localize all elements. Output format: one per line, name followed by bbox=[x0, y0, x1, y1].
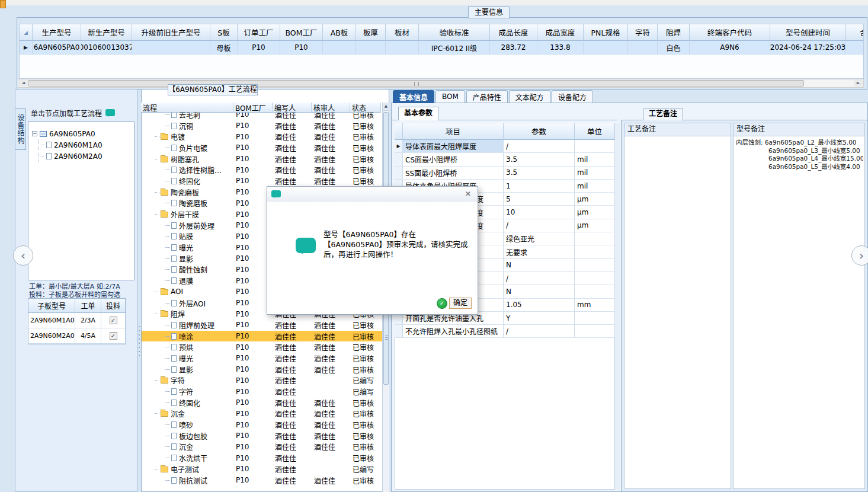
column-header[interactable]: PNL规格 bbox=[584, 24, 628, 41]
param-value[interactable]: Y bbox=[504, 312, 575, 325]
column-header[interactable]: BOM工厂 bbox=[280, 24, 323, 41]
param-value[interactable]: / bbox=[504, 325, 575, 338]
scrollbar-thumb[interactable] bbox=[28, 80, 804, 87]
process-row[interactable]: 阻焊前处理 P10 酒佳佳 酒佳佳 已审核 bbox=[142, 320, 382, 331]
param-value[interactable]: / bbox=[504, 272, 575, 285]
process-row[interactable]: 显影 P10 酒佳佳 酒佳佳 已审核 bbox=[142, 364, 382, 375]
param-value[interactable]: 3.5 bbox=[504, 153, 575, 166]
param-value[interactable]: 5 bbox=[504, 193, 575, 206]
process-row[interactable]: 板边包胶 P10 酒佳佳 酒佳佳 已审核 bbox=[142, 430, 382, 442]
process-row[interactable]: 终固化 P10 酒佳佳 酒佳佳 已审核 bbox=[142, 397, 382, 408]
subboard-column-header[interactable]: 工单 bbox=[75, 299, 101, 313]
process-bom: P10 bbox=[234, 353, 273, 364]
subboard-row[interactable]: 2A9N60M1A0 2/3A ✓ bbox=[28, 313, 126, 328]
process-column-header[interactable]: 编写人 bbox=[273, 103, 312, 113]
process-row[interactable]: 曝光 P10 酒佳佳 酒佳佳 已审核 bbox=[142, 353, 382, 364]
process-row[interactable]: 预烘 P10 酒佳佳 酒佳佳 已审核 bbox=[142, 341, 382, 353]
subboard-column-header[interactable]: 投料 bbox=[101, 299, 126, 313]
process-row[interactable]: 电子测试 P10 酒佳佳 已编写 bbox=[142, 464, 382, 475]
param-value[interactable]: N bbox=[504, 259, 575, 272]
column-header[interactable]: 生产型号 bbox=[33, 24, 81, 41]
param-value[interactable]: / bbox=[504, 140, 575, 153]
tab-text-recipe[interactable]: 文本配方 bbox=[509, 90, 550, 103]
process-row[interactable]: 沉金 P10 酒佳佳 酒佳佳 已审核 bbox=[142, 408, 382, 420]
param-value[interactable]: N bbox=[504, 285, 575, 298]
param-value[interactable]: 3.5 bbox=[504, 167, 575, 180]
feed-checkbox[interactable]: ✓ bbox=[110, 332, 117, 340]
param-row[interactable]: 不允许阻焊入孔最小孔径图纸 / bbox=[395, 325, 615, 338]
column-header[interactable]: 订单工厂 bbox=[238, 24, 280, 41]
process-column-header[interactable]: BOM工厂 bbox=[233, 103, 273, 113]
up-arrow-icon[interactable]: ▲ bbox=[383, 103, 389, 111]
process-row[interactable]: 去毛刺 P10 酒佳佳 酒佳佳 已审核 bbox=[142, 113, 382, 120]
column-header[interactable]: 字符 bbox=[628, 24, 658, 41]
process-row[interactable]: 选择性树脂… P10 酒佳佳 酒佳佳 已审核 bbox=[142, 164, 382, 175]
process-column-header[interactable]: 核审人 bbox=[312, 103, 350, 113]
close-icon[interactable]: ✕ bbox=[463, 190, 473, 198]
process-row[interactable]: 树脂塞孔 P10 酒佳佳 酒佳佳 已审核 bbox=[142, 154, 382, 165]
subboard-column-header[interactable]: 子板型号 bbox=[28, 299, 75, 313]
param-value[interactable]: 10 bbox=[504, 206, 575, 219]
collapse-right-icon[interactable]: › bbox=[851, 245, 868, 266]
process-column-header[interactable]: 流程 bbox=[141, 103, 233, 113]
tab-basic-info[interactable]: 基本信息 bbox=[393, 90, 434, 103]
column-header[interactable]: 终端客户代码 bbox=[690, 24, 770, 41]
tab-device-recipe[interactable]: 设备配方 bbox=[552, 90, 593, 103]
column-header[interactable]: 升级前旧生产型号 bbox=[132, 24, 210, 41]
process-row[interactable]: 终固化 P10 酒佳佳 酒佳佳 已审核 bbox=[142, 175, 382, 187]
feed-checkbox[interactable]: ✓ bbox=[110, 317, 117, 324]
param-row[interactable]: ▶ 导体表面最大阻焊厚度 / bbox=[395, 140, 615, 153]
tab-basic-params[interactable]: 基本参数 bbox=[398, 107, 438, 120]
collapse-left-icon[interactable]: ‹ bbox=[13, 245, 33, 266]
process-column-header[interactable]: 状态 bbox=[350, 103, 381, 113]
param-value[interactable]: / bbox=[504, 219, 575, 232]
tab-process-notes[interactable]: 工艺备注 bbox=[643, 108, 683, 120]
column-header[interactable]: S板 bbox=[210, 24, 238, 41]
tab-product-traits[interactable]: 产品特性 bbox=[466, 90, 508, 103]
param-column-header[interactable]: 参数 bbox=[504, 123, 575, 140]
expander-icon[interactable]: − bbox=[32, 131, 37, 136]
param-column-header[interactable]: 项目 bbox=[403, 123, 504, 140]
tab-bom[interactable]: BOM bbox=[435, 90, 465, 103]
process-row[interactable]: 字符 P10 酒佳佳 已编写 bbox=[142, 375, 382, 386]
param-column-header[interactable]: 单位 bbox=[575, 123, 615, 140]
column-header[interactable]: 新生产型号 bbox=[81, 24, 132, 41]
column-header[interactable]: 板材 bbox=[386, 24, 419, 41]
column-header[interactable]: 板厚 bbox=[356, 24, 386, 41]
left-arrow-icon[interactable]: ◄ bbox=[19, 80, 28, 87]
ok-button[interactable]: ✓ 确定 bbox=[437, 298, 472, 309]
column-header[interactable]: 成品宽度 bbox=[537, 24, 584, 41]
process-row[interactable]: 沉铜 P10 酒佳佳 酒佳佳 已审核 bbox=[142, 120, 382, 132]
process-row[interactable]: 字符 P10 酒佳佳 已编写 bbox=[142, 386, 382, 397]
column-header[interactable]: 阻焊 bbox=[658, 24, 690, 41]
process-row[interactable]: 喷涂 P10 酒佳佳 酒佳佳 已审核 bbox=[142, 331, 382, 342]
process-row[interactable]: 电镀 P10 酒佳佳 酒佳佳 已审核 bbox=[142, 131, 382, 142]
param-row[interactable]: SS面最小阻焊桥 3.5 mil bbox=[395, 167, 615, 180]
tree-node-subboard[interactable]: 2A9N60M2A0 bbox=[39, 151, 134, 162]
subboard-row[interactable]: 2A9N60M2A0 4/5A ✓ bbox=[28, 328, 126, 344]
param-value[interactable]: 无要求 bbox=[504, 245, 575, 258]
param-row[interactable]: CS面最小阻焊桥 3.5 mil bbox=[395, 153, 615, 166]
right-arrow-icon[interactable]: ► bbox=[854, 80, 863, 87]
column-header[interactable]: 验收标准 bbox=[419, 24, 490, 41]
process-row[interactable]: 阻抗测试 P10 酒佳佳 酒佳佳 已审核 bbox=[142, 475, 382, 486]
process-row[interactable]: 喷砂 P10 酒佳佳 酒佳佳 已审核 bbox=[142, 419, 382, 430]
param-value[interactable]: 绿色亚光 bbox=[504, 232, 575, 245]
tree-node-subboard[interactable]: 2A9N60M1A0 bbox=[39, 139, 134, 151]
side-tab-device-structure[interactable]: 设备结构 bbox=[15, 108, 26, 150]
param-scrollbar-strip[interactable] bbox=[615, 123, 620, 490]
param-value[interactable]: 1 bbox=[504, 180, 575, 193]
process-row[interactable]: 负片电镀 P10 酒佳佳 酒佳佳 已审核 bbox=[142, 142, 382, 154]
column-header[interactable]: AB板 bbox=[323, 24, 356, 41]
tree-node-root[interactable]: − 6A9N605PA0 bbox=[28, 128, 134, 139]
load-process-flow-button[interactable]: 单击节点加载工艺流程 bbox=[31, 107, 133, 119]
tree-connector bbox=[165, 325, 170, 325]
column-header[interactable]: 合 bbox=[846, 24, 864, 41]
main-info-row[interactable]: ▶ 6A9N605PA010010600130377母板P10P10IPC-60… bbox=[20, 41, 863, 55]
select-all-cell[interactable]: ◢ bbox=[20, 24, 33, 41]
column-header[interactable]: 成品长度 bbox=[490, 24, 537, 41]
param-value[interactable]: 1.05 bbox=[504, 299, 575, 312]
process-row[interactable]: 沉金 P10 酒佳佳 酒佳佳 已审核 bbox=[142, 442, 382, 453]
column-header[interactable]: 型号创建时间 bbox=[770, 24, 846, 41]
process-row[interactable]: 水洗烘干 P10 酒佳佳 已审核 bbox=[142, 452, 382, 464]
